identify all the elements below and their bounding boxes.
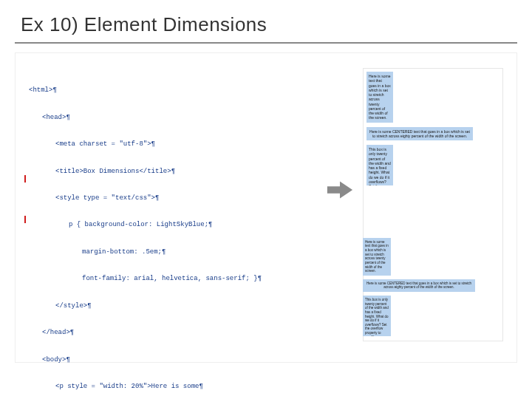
title-underline [15, 42, 517, 44]
code-line: margin-bottom: .5em;¶ [29, 248, 317, 256]
render-preview-bottom: Here is some text that goes in a box whi… [363, 238, 503, 340]
content-area: <html>¶ <head>¶ <meta charset = "utf-8">… [15, 52, 517, 363]
preview-box-20-scroll[interactable]: This box is only twenty percent of the w… [366, 145, 393, 185]
preview-box-20-scroll-b[interactable]: This box is only twenty percent of the w… [363, 296, 391, 336]
slide-title: Ex 10) Element Dimensions [0, 0, 532, 42]
marker-1 [24, 175, 26, 183]
code-line: <meta charset = "utf-8">¶ [29, 140, 317, 149]
code-block: <html>¶ <head>¶ <meta charset = "utf-8">… [29, 68, 317, 399]
code-line: <html>¶ [29, 86, 317, 95]
preview-box-80-centered-b: Here is some CENTERED text that goes in … [363, 279, 475, 292]
code-line: p { background-color: LightSkyBlue;¶ [29, 220, 317, 229]
preview-box-80-centered: Here is some CENTERED text that goes in … [366, 127, 473, 141]
code-line: <style type = "text/css">¶ [29, 194, 317, 202]
code-line: <title>Box Dimensions</title>¶ [29, 167, 317, 176]
code-line: <p style = "width: 20%">Here is some¶ [29, 382, 317, 391]
marker-2 [24, 216, 26, 223]
code-line: </style>¶ [29, 301, 317, 310]
code-line: <head>¶ [29, 113, 317, 122]
arrow-icon [326, 179, 354, 201]
code-line: </head>¶ [29, 328, 317, 337]
preview-box-20-b: Here is some text that goes in a box whi… [363, 238, 391, 276]
code-line: <body>¶ [29, 355, 317, 364]
code-line: font-family: arial, helvetica, sans-seri… [29, 274, 317, 283]
preview-box-20: Here is some text that goes in a box whi… [366, 72, 393, 123]
